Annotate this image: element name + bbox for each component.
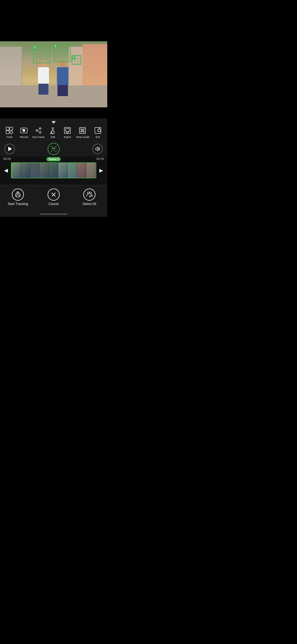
volume-icon: [95, 146, 101, 152]
start-tracking-icon: [12, 189, 24, 201]
svg-rect-1: [10, 127, 13, 130]
volume-button[interactable]: [92, 144, 103, 154]
duration: 00:34: [96, 157, 104, 161]
svg-point-33: [98, 129, 101, 132]
timeline-cursor: [12, 163, 12, 178]
exit-icon: [94, 126, 102, 135]
svg-point-3: [10, 131, 13, 134]
video-frame[interactable]: 2 1 3: [0, 41, 107, 107]
tool-track[interactable]: Track: [3, 126, 15, 138]
svg-rect-26: [79, 127, 86, 133]
edit-label: Edit: [51, 136, 55, 138]
pointer-triangle: [51, 121, 56, 124]
tool-row: Track REC Record: [0, 125, 107, 140]
svg-point-37: [54, 148, 55, 149]
black-middle: [0, 107, 107, 118]
start-tracking-label: Start Tracking: [8, 202, 28, 206]
guide-icon: [78, 126, 87, 135]
black-top: [0, 0, 107, 41]
svg-point-12: [39, 128, 41, 129]
showguide-label: Show Guide: [76, 136, 89, 138]
home-indicator: [0, 211, 107, 217]
svg-point-31: [82, 130, 83, 131]
export-label: Export: [64, 136, 71, 138]
tracking-box-2[interactable]: 2: [33, 45, 50, 63]
svg-line-15: [38, 130, 39, 132]
svg-point-47: [90, 192, 92, 194]
frame-thumb-1: [12, 163, 21, 178]
bottom-actions: Start Tracking Cancel Select All: [0, 185, 107, 211]
cancel-icon: [48, 189, 60, 201]
frame-thumb-2: [21, 163, 30, 178]
tool-edit[interactable]: Edit: [47, 126, 59, 138]
toolbar: Track REC Record: [0, 118, 107, 141]
keyframe-label: Key Frame: [32, 136, 45, 138]
track-icon: [5, 126, 14, 135]
tracking-box-3[interactable]: 3: [72, 55, 81, 65]
timeline-prev-button[interactable]: ◀: [2, 167, 10, 174]
timeline-area: 00:00 frame 0 00:34 ◀ ▶: [0, 157, 107, 185]
svg-point-46: [87, 192, 89, 194]
timeline-pointer: [0, 121, 107, 124]
home-bar: [40, 214, 67, 215]
frame-thumb-8: [77, 163, 86, 178]
svg-line-14: [38, 129, 39, 130]
timeline-label-area: [0, 179, 107, 184]
svg-point-36: [52, 148, 53, 149]
svg-rect-0: [6, 127, 9, 130]
tool-keyframe[interactable]: Key Frame: [32, 126, 45, 138]
person-target-svg: [14, 191, 21, 198]
svg-rect-22: [65, 129, 69, 131]
frame-badge: frame 0: [46, 157, 61, 161]
frame-thumb-3: [30, 163, 40, 178]
timeline-frames[interactable]: [11, 162, 96, 178]
person1: [36, 61, 51, 94]
select-all-button[interactable]: Select All: [78, 189, 100, 206]
edit-icon: [48, 126, 57, 135]
select-all-label: Select All: [82, 202, 96, 206]
cancel-label: Cancel: [48, 202, 59, 206]
record-icon: REC: [20, 126, 28, 135]
playback-controls: [0, 141, 107, 157]
video-area: 2 1 3: [0, 0, 107, 107]
frame-thumb-9: [86, 163, 96, 178]
frame-thumb-5: [49, 163, 58, 178]
track-label: Track: [6, 136, 12, 138]
tracking-box-1[interactable]: 1: [54, 44, 71, 62]
timeline-strip[interactable]: ◀ ▶: [0, 162, 107, 179]
play-button[interactable]: [4, 144, 15, 154]
people-check-svg: [86, 191, 93, 198]
tool-showguide[interactable]: Show Guide: [76, 126, 89, 138]
face-detect-icon: [50, 145, 57, 153]
x-svg: [50, 191, 57, 198]
frame-thumb-7: [68, 163, 77, 178]
svg-point-13: [39, 132, 41, 133]
cancel-button[interactable]: Cancel: [43, 189, 65, 206]
play-icon: [8, 147, 12, 151]
frame-thumb-6: [58, 163, 68, 178]
select-all-icon: [83, 189, 95, 201]
tool-record[interactable]: REC Record: [18, 126, 30, 138]
timeline-next-button[interactable]: ▶: [97, 167, 105, 174]
timeline-header: 00:00 frame 0 00:34: [0, 157, 107, 162]
keyframe-icon: [34, 126, 43, 135]
tool-exit[interactable]: Exit: [92, 126, 104, 138]
record-label: Record: [20, 136, 28, 138]
export-icon: [63, 126, 72, 135]
current-time: 00:00: [3, 157, 11, 161]
exit-label: Exit: [96, 136, 100, 138]
person2: [55, 61, 70, 95]
svg-text:REC: REC: [22, 129, 25, 130]
start-tracking-button[interactable]: Start Tracking: [7, 189, 29, 206]
svg-point-11: [36, 130, 38, 131]
ground: [0, 85, 107, 107]
frame-thumb-4: [40, 163, 49, 178]
face-detect-button[interactable]: [48, 143, 60, 155]
svg-rect-2: [6, 131, 9, 134]
tool-export[interactable]: Export: [61, 126, 73, 138]
